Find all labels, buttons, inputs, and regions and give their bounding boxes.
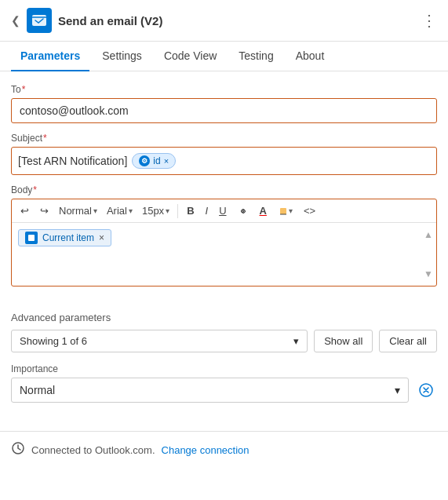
highlight-button[interactable]: ▾ [274, 203, 297, 219]
advanced-label: Advanced parameters [11, 312, 437, 323]
size-label: 15px [142, 205, 164, 217]
font-color-button[interactable]: A [256, 203, 271, 219]
importance-controls: Normal ▾ [11, 378, 437, 403]
svg-rect-2 [28, 235, 35, 241]
editor-area[interactable]: Current item × ▲ ▼ [12, 223, 436, 286]
size-chevron-icon: ▾ [166, 206, 169, 215]
body-editor: ↩ ↪ Normal ▾ Arial ▾ 15px ▾ B I U [11, 199, 437, 286]
body-token-icon [25, 232, 38, 244]
to-input[interactable] [11, 98, 437, 123]
top-bar: ❮ Send an email (V2) ⋮ [0, 0, 448, 42]
svg-rect-1 [280, 208, 286, 214]
editor-scroll: ▲ ▼ [424, 229, 433, 279]
content-area: To* Subject* [Test ARN Notification] ⚙ i… [0, 71, 448, 415]
scroll-down-icon[interactable]: ▼ [424, 268, 433, 279]
advanced-section: Advanced parameters Showing 1 of 6 ▾ Sho… [11, 302, 437, 352]
connected-text: Connected to Outlook.com. [31, 444, 155, 456]
subject-prefix-text: [Test ARN Notification] [18, 155, 127, 167]
advanced-dropdown-value: Showing 1 of 6 [20, 335, 87, 347]
top-bar-left: ❮ Send an email (V2) [11, 8, 162, 33]
body-label: Body* [11, 184, 437, 195]
body-field-group: Body* ↩ ↪ Normal ▾ Arial ▾ 15px ▾ [11, 184, 437, 286]
subject-input[interactable]: [Test ARN Notification] ⚙ id × [11, 147, 437, 175]
importance-clear-button[interactable] [415, 379, 437, 401]
to-label: To* [11, 84, 437, 95]
importance-section: Importance Normal ▾ [11, 363, 437, 403]
subject-label: Subject* [11, 133, 437, 144]
importance-value: Normal [20, 384, 55, 396]
code-button[interactable]: <> [300, 203, 319, 219]
font-label: Arial [107, 205, 127, 217]
font-chevron-icon: ▾ [129, 206, 133, 215]
tab-testing[interactable]: Testing [229, 42, 282, 71]
token-icon: ⚙ [139, 155, 150, 166]
app-icon [27, 8, 52, 33]
body-token: Current item × [18, 229, 111, 246]
importance-dropdown[interactable]: Normal ▾ [11, 378, 409, 403]
font-dropdown[interactable]: Arial ▾ [104, 203, 136, 219]
body-toolbar: ↩ ↪ Normal ▾ Arial ▾ 15px ▾ B I U [12, 199, 436, 223]
style-chevron-icon: ▾ [93, 206, 97, 215]
importance-chevron-icon: ▾ [395, 384, 400, 396]
importance-label: Importance [11, 363, 437, 374]
tabs-bar: Parameters Settings Code View Testing Ab… [0, 42, 448, 71]
tab-about[interactable]: About [286, 42, 334, 71]
highlight-chevron-icon: ▾ [289, 206, 293, 215]
connection-icon [11, 441, 25, 458]
advanced-dropdown[interactable]: Showing 1 of 6 ▾ [11, 330, 308, 352]
back-chevron-icon[interactable]: ❮ [11, 14, 20, 27]
more-options-icon[interactable]: ⋮ [421, 11, 437, 30]
page-title: Send an email (V2) [58, 14, 162, 27]
advanced-dropdown-chevron-icon: ▾ [293, 335, 299, 347]
toolbar-separator [177, 204, 178, 218]
bold-button[interactable]: B [183, 203, 198, 219]
tab-code-view[interactable]: Code View [155, 42, 226, 71]
underline-button[interactable]: U [215, 203, 230, 219]
link-button[interactable] [234, 203, 253, 219]
italic-button[interactable]: I [202, 203, 213, 219]
body-token-label: Current item [42, 232, 94, 243]
style-label: Normal [59, 205, 92, 217]
clear-all-button[interactable]: Clear all [379, 330, 437, 352]
advanced-controls: Showing 1 of 6 ▾ Show all Clear all [11, 330, 437, 352]
scroll-up-icon[interactable]: ▲ [424, 229, 433, 240]
style-dropdown[interactable]: Normal ▾ [56, 203, 100, 219]
token-label: id [153, 155, 160, 166]
redo-button[interactable]: ↪ [36, 203, 53, 219]
undo-button[interactable]: ↩ [16, 203, 33, 219]
footer: Connected to Outlook.com. Change connect… [0, 431, 448, 468]
token-close-icon[interactable]: × [164, 157, 169, 166]
to-field-group: To* [11, 84, 437, 123]
svg-rect-0 [32, 15, 46, 26]
subject-field-group: Subject* [Test ARN Notification] ⚙ id × [11, 133, 437, 175]
tab-parameters[interactable]: Parameters [11, 42, 89, 71]
size-dropdown[interactable]: 15px ▾ [139, 203, 173, 219]
body-token-close-icon[interactable]: × [99, 232, 104, 243]
subject-token: ⚙ id × [132, 153, 176, 169]
tab-settings[interactable]: Settings [93, 42, 151, 71]
show-all-button[interactable]: Show all [314, 330, 373, 352]
change-connection-link[interactable]: Change connection [162, 444, 249, 456]
